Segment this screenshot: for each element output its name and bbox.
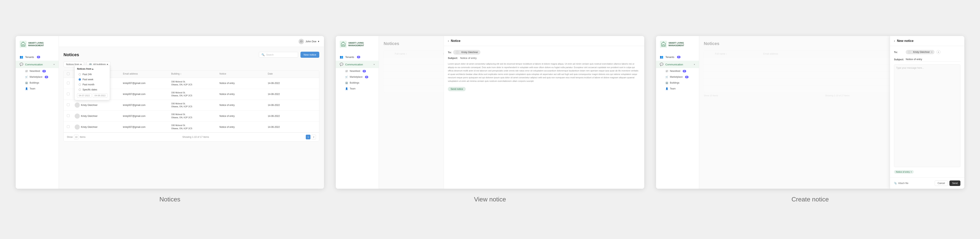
app-header: JD John Doe ▾ — [59, 36, 324, 47]
marketplace-badge: 8 — [45, 76, 48, 78]
sidebar-sub-label: Newsfeed — [30, 70, 40, 73]
sidebar-item-marketplace[interactable]: 🛒 Marketplace 8 — [16, 74, 59, 80]
sidebar-item-communication[interactable]: 💬 Communication ▾ — [656, 61, 699, 68]
chevron-icon: ▾ — [54, 63, 55, 66]
marketplace-icon: 🛒 — [345, 76, 348, 78]
table-row[interactable]: Kristy Gleichner kristy007@gmail.com 330… — [64, 100, 319, 111]
dropdown-option-past-month[interactable]: Past month — [77, 82, 107, 87]
sidebar-item-marketplace[interactable]: 🛒 Marketplace 8 — [336, 74, 379, 80]
newsfeed-icon: 📰 — [25, 70, 28, 73]
items-per-page[interactable]: 10 — [74, 135, 79, 139]
sidebar-item-newsfeed[interactable]: 📰 Newsfeed 8 — [336, 68, 379, 74]
dropdown-option-past24h[interactable]: Past 24h — [77, 72, 107, 77]
remove-recipient-button[interactable]: × — [931, 51, 932, 54]
date-from-input[interactable]: 04-07-2022 — [77, 93, 92, 98]
user-menu[interactable]: JD John Doe ▾ — [299, 39, 320, 44]
page-2-btn[interactable]: 2 — [311, 135, 316, 139]
row-checkbox[interactable] — [67, 93, 70, 95]
new-notice-button[interactable]: New notice — [301, 52, 319, 58]
create-subject-label: Subject: — [894, 58, 904, 61]
radio-past24h — [79, 73, 81, 76]
row-checkbox[interactable] — [67, 82, 70, 84]
logo: SMART LIVING MANAGEMENT — [16, 36, 59, 52]
email-cell: kristy007@gmail.com — [123, 126, 171, 128]
select-all-checkbox[interactable] — [67, 73, 70, 75]
notice-header: ‹ Notice — [444, 36, 644, 46]
row-checkbox[interactable] — [67, 103, 70, 106]
sidebar-item-team[interactable]: 👤 Team — [336, 86, 379, 92]
panel-label-view: View notice — [474, 196, 506, 203]
create-notice-side-panel: ‹ New notice To: Kristy Gleichner × — [890, 36, 964, 189]
sidebar-sub-label: Team — [30, 87, 35, 90]
create-recipient-avatar — [908, 51, 911, 54]
sidebar-item-marketplace[interactable]: 🛒 Marketplace 8 — [656, 74, 699, 80]
sidebar-item-team[interactable]: 👤 Team — [656, 86, 699, 92]
search-box[interactable]: 🔍 Search — [259, 52, 298, 57]
notice-cell: Notice of entry — [220, 126, 268, 128]
cancel-button[interactable]: Cancel — [935, 180, 948, 186]
sidebar-nav: 👥 Tenants 8 💬 Communication ▾ 📰 Newsfeed… — [656, 52, 699, 189]
notice-cell: Notice of entry — [220, 115, 268, 117]
sidebar-sub-label: Marketplace — [30, 76, 42, 78]
logo-text2: MANAGEMENT — [668, 44, 684, 47]
logo: SMART LIVING MANAGEMENT — [656, 36, 699, 52]
sidebar-item-buildings[interactable]: 🏢 Buildings — [336, 80, 379, 86]
add-recipient-button[interactable]: + — [937, 50, 940, 54]
col-checkbox — [67, 73, 75, 76]
back-button[interactable]: ‹ — [448, 39, 449, 43]
date-filter-dropdown: Notices from ▴ Past 24h Past week — [75, 65, 110, 100]
sidebar-sub-label: Buildings — [350, 81, 359, 84]
sidebar-item-tenants[interactable]: 👥 Tenants 8 — [336, 53, 379, 61]
page-1-btn[interactable]: 1 — [306, 135, 310, 139]
attach-file-button[interactable]: 📎 Attach file — [894, 182, 908, 185]
building-cell: 330 Mcleod St.Ottawa, ON, K2P 2C5 — [171, 113, 220, 119]
table-row[interactable]: Kristy Gleichner kristy007@gmail.com 330… — [64, 111, 319, 122]
subject-input[interactable] — [906, 57, 960, 62]
sidebar-sub-label: Buildings — [670, 81, 679, 84]
paperclip-icon: 📎 — [894, 182, 897, 185]
sidebar-item-communication[interactable]: 💬 Communication ▾ — [336, 61, 379, 68]
create-back-button[interactable]: ‹ — [894, 39, 895, 43]
sidebar-sub-label: Marketplace — [350, 76, 363, 78]
to-label: To: — [448, 51, 452, 54]
send-button[interactable]: Send — [950, 180, 960, 186]
date-to-input[interactable]: 04-08-2022 — [93, 93, 107, 98]
view-notice-panel-wrapper: SMART LIVING MANAGEMENT 👥 Tenants 8 💬 Co… — [336, 36, 644, 203]
notice-tag-label: Notice of entry — [896, 171, 910, 173]
sidebar-item-newsfeed[interactable]: 📰 Newsfeed 8 — [656, 68, 699, 74]
dropdown-option-specific-dates[interactable]: Specific dates — [77, 87, 107, 92]
content-area: Notices 🔍 Search New notice Notices from — [59, 47, 324, 189]
sidebar-item-buildings[interactable]: 🏢 Buildings — [656, 80, 699, 86]
row-checkbox[interactable] — [67, 125, 70, 128]
col-date: Date — [268, 73, 316, 76]
sidebar-item-tenants[interactable]: 👥 Tenants 8 — [656, 53, 699, 61]
sidebar-item-label: Tenants — [25, 55, 34, 59]
sidebar-item-label: Communication — [25, 63, 43, 66]
logo-text-line1: SMART LIVING — [28, 42, 44, 44]
page-title: Notices — [64, 52, 79, 57]
sidebar-item-buildings[interactable]: 🏢 Buildings — [16, 80, 59, 86]
sidebar-item-tenants[interactable]: 👥 Tenants 8 — [16, 53, 59, 61]
row-checkbox[interactable] — [67, 114, 70, 117]
sidebar-notices: SMART LIVING MANAGEMENT 👥 Tenants 8 💬 Co… — [16, 36, 59, 189]
newsfeed-badge: 8 — [363, 70, 366, 73]
radio-specific-dates — [79, 89, 81, 91]
radio-past-week — [79, 78, 81, 81]
dropdown-option-past-week[interactable]: Past week — [77, 77, 107, 82]
message-textarea[interactable]: Type your message here... — [894, 64, 960, 167]
remove-tag-button[interactable]: × — [911, 171, 912, 173]
send-notice-button[interactable]: Send notice — [448, 87, 466, 91]
logo-text: SMART LIVING — [348, 42, 364, 44]
sidebar-sub-label: Marketplace — [670, 76, 682, 78]
create-to-row: To: Kristy Gleichner × + — [894, 50, 960, 54]
sidebar-item-communication[interactable]: 💬 Communication ▾ — [16, 61, 59, 68]
filter-bar: Notices from ▾ 🏢 All buildings ▾ Notices… — [64, 62, 319, 67]
message-placeholder: Type your message here... — [896, 66, 924, 69]
communication-icon: 💬 — [660, 63, 663, 66]
sidebar-item-newsfeed[interactable]: 📰 Newsfeed 8 — [16, 68, 59, 74]
sidebar-nav: 👥 Tenants 8 💬 Communication ▾ 📰 Newsfeed… — [336, 52, 379, 189]
sidebar-item-team[interactable]: 👤 Team — [16, 86, 59, 92]
sidebar-sub-label: Newsfeed — [350, 70, 360, 73]
table-row[interactable]: Kristy Gleichner kristy007@gmail.com 330… — [64, 122, 319, 133]
building-cell: 330 Mcleod St.Ottawa, ON, K2P 2C5 — [171, 91, 220, 97]
